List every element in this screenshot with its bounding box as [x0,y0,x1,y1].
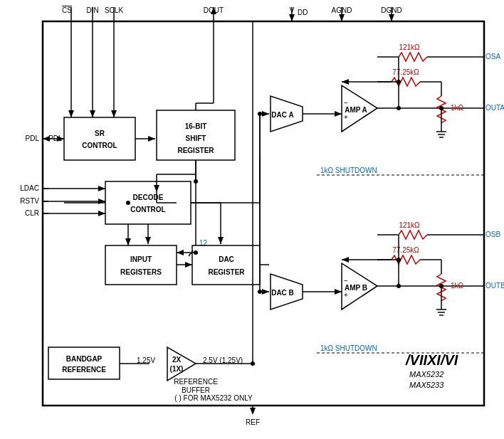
svg-point-190 [126,201,130,205]
svg-text:INPUT: INPUT [130,255,152,263]
svg-point-111 [439,106,443,110]
svg-text:DAC A: DAC A [271,111,293,119]
svg-text:OUTA: OUTA [485,104,504,112]
svg-text:REGISTER: REGISTER [177,147,214,154]
svg-text:1kΩ SHUTDOWN: 1kΩ SHUTDOWN [320,166,377,174]
svg-text:SHIFT: SHIFT [186,134,206,142]
svg-text:MAX5233: MAX5233 [409,381,444,389]
svg-text:REFERENCE: REFERENCE [174,378,218,386]
svg-text:PDL: PDL [26,134,40,142]
svg-rect-27 [64,117,135,160]
svg-text:2X: 2X [172,356,182,364]
svg-text:1kΩ: 1kΩ [451,282,464,290]
block-diagram: CS DIN SCLK DOUT V DD AGND DGND [0,0,504,439]
svg-rect-63 [105,245,177,285]
svg-text:+: + [344,113,348,121]
svg-text:REFERENCE: REFERENCE [62,366,106,374]
svg-rect-42 [105,181,191,224]
svg-rect-66 [192,245,260,285]
svg-text:V: V [290,6,295,14]
svg-text:OUTB: OUTB [485,282,504,290]
svg-marker-22 [339,14,345,21]
svg-text:77.25kΩ: 77.25kΩ [392,68,419,76]
svg-point-155 [258,290,262,294]
svg-marker-18 [289,14,295,21]
svg-text:REGISTER: REGISTER [208,268,245,276]
svg-text:−: − [344,277,348,285]
svg-text:DGND: DGND [381,6,401,14]
svg-text:DAC: DAC [219,255,234,263]
svg-text:DOUT: DOUT [204,6,224,14]
svg-text:DAC B: DAC B [271,289,294,297]
svg-text:+: + [344,291,348,299]
svg-text:/VIIXI/VI: /VIIXI/VI [405,352,458,368]
svg-text:−: − [344,99,348,107]
svg-text:CLR: CLR [25,209,39,217]
svg-text:CS: CS [62,6,72,14]
svg-text:BANDGAP: BANDGAP [66,355,103,363]
svg-text:DECODE: DECODE [133,194,164,201]
svg-text:BUFFER: BUFFER [182,386,210,394]
svg-text:REGISTERS: REGISTERS [120,268,162,276]
svg-text:DIN: DIN [86,6,98,14]
svg-text:121kΩ: 121kΩ [399,43,420,51]
svg-point-129 [397,284,401,288]
svg-marker-25 [389,14,394,21]
svg-text:1kΩ: 1kΩ [451,104,464,112]
svg-text:77.25kΩ: 77.25kΩ [392,246,419,254]
svg-text:DD: DD [298,9,308,16]
svg-rect-157 [48,347,120,379]
svg-text:AMP B: AMP B [345,284,367,292]
svg-point-77 [194,250,198,255]
svg-point-133 [439,284,443,288]
svg-text:OSA: OSA [485,53,500,60]
svg-text:(1X): (1X) [170,365,184,373]
svg-marker-172 [250,408,256,415]
svg-text:AGND: AGND [332,6,352,14]
svg-text:PDL: PDL [48,134,63,142]
svg-point-107 [397,106,401,110]
svg-text:LDAC: LDAC [20,184,39,192]
svg-text:CONTROL: CONTROL [130,206,165,213]
svg-text:16-BIT: 16-BIT [185,122,207,130]
svg-text:MAX5232: MAX5232 [409,370,443,379]
svg-text:121kΩ: 121kΩ [399,221,420,229]
svg-text:SCLK: SCLK [105,6,123,14]
svg-text:RSTV: RSTV [20,197,39,205]
svg-text:( ) FOR MAX5232 ONLY: ( ) FOR MAX5232 ONLY [174,394,253,402]
svg-text:CONTROL: CONTROL [82,142,117,149]
svg-text:REF: REF [246,418,260,426]
svg-text:OSB: OSB [485,231,500,238]
svg-text:AMP A: AMP A [345,106,367,114]
svg-text:1kΩ SHUTDOWN: 1kΩ SHUTDOWN [320,344,377,352]
svg-text:SR: SR [95,129,105,137]
